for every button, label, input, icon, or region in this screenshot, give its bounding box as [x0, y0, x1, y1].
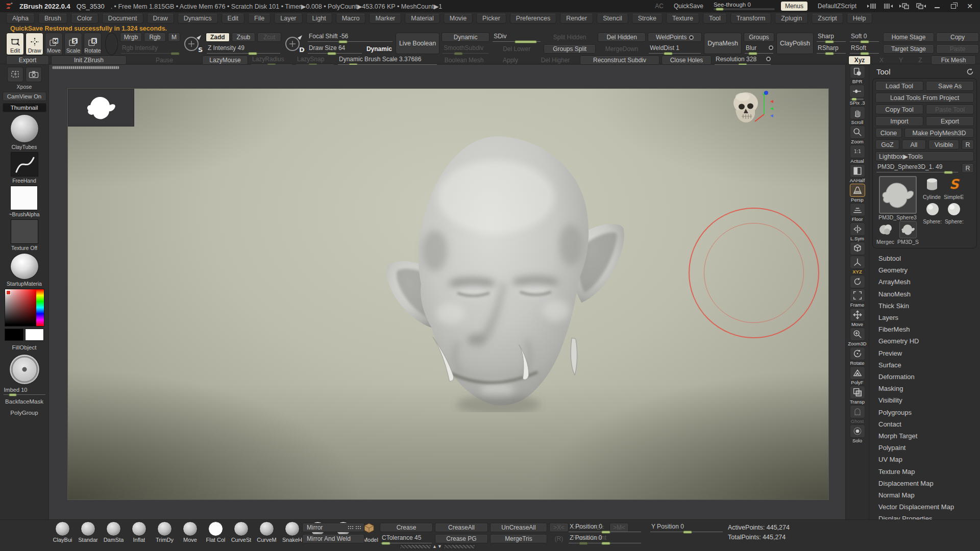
- zsub-button[interactable]: Zsub: [232, 33, 256, 42]
- material-sphere-icon[interactable]: [105, 33, 118, 55]
- dynamic-brush-scale-3-37686-slider[interactable]: Dynamic Brush Scale 3.37686: [337, 56, 438, 65]
- solo-icon[interactable]: [850, 424, 865, 438]
- scrollbar-strip-right[interactable]: [444, 544, 475, 549]
- lazymouse-button[interactable]: LazyMouse: [202, 56, 248, 65]
- z-intensity-49-slider[interactable]: Z Intensity 49: [206, 44, 281, 54]
- save-as-button[interactable]: Save As: [926, 81, 974, 91]
- soft-0-slider[interactable]: Soft 0: [849, 33, 880, 42]
- menu-item-dynamics[interactable]: Dynamics: [178, 14, 218, 23]
- edit-mode-button[interactable]: Edit: [6, 33, 24, 55]
- current-brush-thumb[interactable]: ClayTubes: [10, 114, 39, 150]
- menu-item-color[interactable]: Color: [71, 14, 99, 23]
- tool-subpalette-fibermesh[interactable]: FiberMesh: [871, 323, 978, 335]
- imbed-knob[interactable]: [9, 393, 17, 396]
- brush-inflat[interactable]: Inflat: [128, 521, 151, 543]
- menu-item-macro[interactable]: Macro: [336, 14, 366, 23]
- spix-icon[interactable]: [849, 85, 865, 98]
- secondary-color-swatch[interactable]: [25, 329, 44, 341]
- slider-knob[interactable]: [579, 542, 588, 545]
- tool-subpalette-normal-map[interactable]: Normal Map: [871, 489, 978, 501]
- tool-subpalette-arraymesh[interactable]: ArrayMesh: [871, 276, 978, 288]
- spix-mini-slider[interactable]: [850, 98, 864, 100]
- slider-knob[interactable]: [860, 52, 869, 55]
- mrgb-button[interactable]: Mrgb: [120, 33, 142, 42]
- menu-item-preferences[interactable]: Preferences: [510, 14, 556, 23]
- brush-curvest[interactable]: CurveSt: [230, 521, 253, 543]
- tool-subpalette-subtool[interactable]: Subtool: [871, 253, 978, 264]
- groups-button[interactable]: Groups: [744, 33, 774, 42]
- ctolerance-45-slider[interactable]: CTolerance 45: [380, 534, 433, 543]
- stroke-ring-icon[interactable]: S: [182, 33, 204, 55]
- brush-standar[interactable]: Standar: [77, 521, 100, 543]
- target-stage-button[interactable]: Target Stage: [883, 44, 934, 54]
- current-alpha-thumb[interactable]: ~BrushAlpha: [9, 186, 39, 217]
- simple-brush-thumb[interactable]: S: [945, 176, 963, 193]
- brush-claybui[interactable]: ClayBui: [51, 521, 74, 543]
- draw-mode-button[interactable]: Draw: [26, 33, 43, 55]
- current-material-thumb[interactable]: StartupMateria: [7, 253, 42, 287]
- menu-item-material[interactable]: Material: [405, 14, 439, 23]
- menu-item-picker[interactable]: Picker: [476, 14, 506, 23]
- brush-move[interactable]: Move: [179, 521, 202, 543]
- menu-item-stroke[interactable]: Stroke: [632, 14, 663, 23]
- active-tool-slider[interactable]: PM3D_Sphere3D_1. 49: [875, 163, 959, 172]
- fix-mesh-button[interactable]: Fix Mesh: [931, 56, 976, 65]
- welddist-1-slider[interactable]: WeldDist 1: [648, 44, 702, 54]
- tool-subpalette-displacement-map[interactable]: Displacement Map: [871, 478, 978, 489]
- goz-r-button[interactable]: R: [962, 140, 974, 149]
- goz-button[interactable]: GoZ: [875, 140, 899, 149]
- make-polymesh3d-button[interactable]: Make PolyMesh3D: [904, 128, 974, 138]
- menu-item-stencil[interactable]: Stencil: [597, 14, 628, 23]
- crease-pg-button[interactable]: Crease PG: [435, 534, 488, 543]
- y-position-slider[interactable]: Y Position 0: [649, 523, 724, 532]
- menu-item-document[interactable]: Document: [102, 14, 143, 23]
- tool-subpalette-display-properties[interactable]: Display Properties: [871, 513, 978, 519]
- move-mode-button[interactable]: MMove: [45, 33, 63, 55]
- menu-item-tool[interactable]: Tool: [703, 14, 727, 23]
- cylinder-tool-thumb[interactable]: [923, 176, 941, 193]
- dynamic-button[interactable]: Dynamic: [442, 33, 489, 42]
- slider-knob[interactable]: [738, 63, 747, 65]
- camview-toggle-button[interactable]: CamView On: [3, 92, 46, 101]
- copy-button[interactable]: Copy: [936, 33, 979, 42]
- imbed-slider[interactable]: Imbed 10: [3, 387, 46, 395]
- export-button[interactable]: Export: [926, 116, 974, 126]
- menu-item-transform[interactable]: Transform: [730, 14, 772, 23]
- xyz-icon[interactable]: [850, 256, 865, 269]
- init-zbrush-button[interactable]: Init ZBrush: [51, 56, 127, 65]
- see-through-slider[interactable]: See-through 0: [714, 2, 775, 10]
- mirror-button[interactable]: Mirror: [302, 523, 364, 532]
- tool-subpalette-contact[interactable]: Contact: [871, 418, 978, 430]
- transp-icon[interactable]: [850, 386, 865, 399]
- blur-slider[interactable]: Blur: [744, 44, 774, 54]
- tool-subpalette-visibility[interactable]: Visibility: [871, 394, 978, 406]
- import-button[interactable]: Import: [875, 116, 923, 126]
- uncreaseall-button[interactable]: UnCreaseAll: [490, 523, 547, 532]
- rgb-intensity-slider[interactable]: Rgb Intensity: [120, 44, 180, 54]
- ac-button[interactable]: AC: [655, 3, 664, 10]
- active-tool-knob[interactable]: [944, 171, 953, 174]
- color-picker[interactable]: [5, 289, 44, 327]
- rotate-mode-button[interactable]: RRotate: [84, 33, 102, 55]
- brush-flat-col[interactable]: Flat Col: [204, 521, 227, 543]
- current-texture-thumb[interactable]: Texture Off: [11, 219, 38, 251]
- slider-knob[interactable]: [267, 63, 276, 65]
- thumbnail-toggle-button[interactable]: Thumbnail: [3, 103, 46, 112]
- imbed-alpha-thumb[interactable]: [9, 354, 40, 385]
- slider-knob[interactable]: [170, 52, 180, 55]
- tool-subpalette-polygroups[interactable]: Polygroups: [871, 407, 978, 418]
- slider-knob[interactable]: [748, 52, 757, 55]
- groups-split-button[interactable]: Groups Split: [544, 44, 596, 54]
- x-position-knob[interactable]: [601, 531, 610, 534]
- menus-button[interactable]: Menus: [781, 2, 807, 11]
- xpose-button[interactable]: [7, 67, 23, 82]
- canvas-area[interactable]: [49, 65, 845, 519]
- dynamesh-button[interactable]: DynaMesh: [704, 33, 742, 54]
- claypolish-button[interactable]: ClayPolish: [776, 33, 814, 54]
- tool-subpalette-geometry-hd[interactable]: Geometry HD: [871, 335, 978, 347]
- document-viewport[interactable]: [67, 88, 829, 500]
- r-button[interactable]: (R): [549, 534, 569, 543]
- slider-knob[interactable]: [327, 52, 336, 55]
- z-position-knob[interactable]: [601, 542, 610, 545]
- slider-knob[interactable]: [860, 40, 869, 43]
